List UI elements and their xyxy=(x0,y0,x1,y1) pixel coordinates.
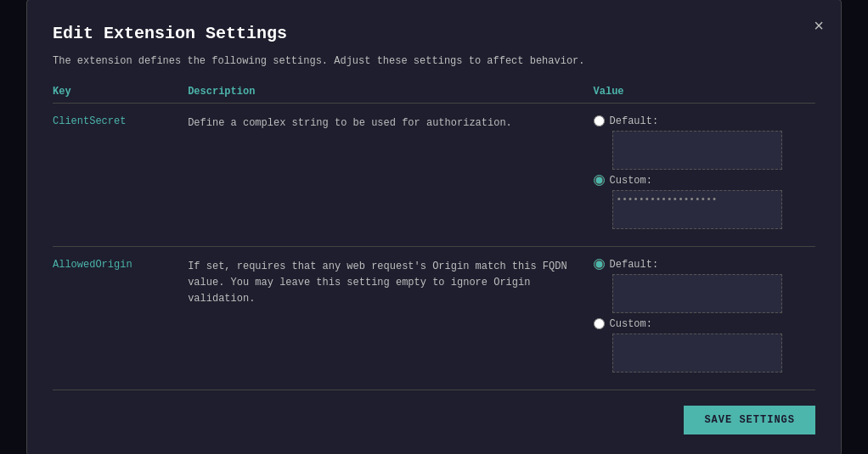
value-cell: Default:Custom: xyxy=(594,103,815,246)
modal-dialog: Edit Extension Settings The extension de… xyxy=(26,0,842,454)
table-row: AllowedOriginIf set, requires that any w… xyxy=(53,246,815,390)
key-cell: ClientSecret xyxy=(53,103,188,246)
col-header-description: Description xyxy=(188,81,593,104)
key-cell: AllowedOrigin xyxy=(53,246,188,390)
custom-option: Custom: xyxy=(594,175,809,229)
col-header-value: Value xyxy=(594,81,815,104)
default-radio[interactable] xyxy=(594,115,605,126)
value-cell: Default:Custom: xyxy=(594,246,815,390)
custom-label[interactable]: Custom: xyxy=(594,175,809,187)
custom-label[interactable]: Custom: xyxy=(594,318,809,330)
default-radio[interactable] xyxy=(594,259,605,270)
settings-table: Key Description Value ClientSecretDefine… xyxy=(53,81,815,390)
modal-description: The extension defines the following sett… xyxy=(53,55,815,67)
custom-option: Custom: xyxy=(594,318,809,373)
default-label[interactable]: Default: xyxy=(594,115,809,127)
modal-footer: SAVE SETTINGS xyxy=(53,406,815,434)
close-button[interactable]: × xyxy=(814,17,824,34)
col-header-key: Key xyxy=(53,81,188,104)
default-textarea[interactable] xyxy=(612,131,782,170)
default-label[interactable]: Default: xyxy=(594,259,809,271)
table-row: ClientSecretDefine a complex string to b… xyxy=(53,103,815,246)
custom-textarea[interactable] xyxy=(612,333,782,373)
default-option: Default: xyxy=(594,115,809,170)
default-option: Default: xyxy=(594,259,809,313)
custom-radio[interactable] xyxy=(594,318,605,329)
description-cell: Define a complex string to be used for a… xyxy=(188,103,593,246)
custom-textarea[interactable] xyxy=(612,190,782,229)
description-cell: If set, requires that any web request's … xyxy=(188,246,593,390)
save-settings-button[interactable]: SAVE SETTINGS xyxy=(684,406,815,434)
overlay: Edit Extension Settings The extension de… xyxy=(0,0,868,454)
modal-title: Edit Extension Settings xyxy=(53,24,815,43)
default-textarea[interactable] xyxy=(612,274,782,313)
custom-radio[interactable] xyxy=(594,175,605,186)
